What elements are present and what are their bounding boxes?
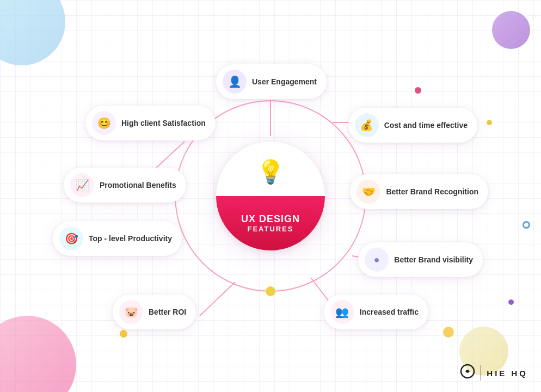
feature-brand-recognition: 🤝 Better Brand Recognition [350, 174, 488, 209]
logo-divider [481, 365, 481, 381]
feature-brand-visibility: ● Better Brand visibility [358, 242, 483, 277]
better-roi-icon: 🐷 [119, 300, 143, 324]
logo-icon [460, 364, 475, 382]
feature-increased-traffic: 👥 Increased traffic [324, 295, 428, 329]
feature-better-roi: 🐷 Better ROI [113, 295, 196, 329]
feature-user-engagement: 👤 User Engagement [216, 64, 327, 99]
feature-cost-time: 💰 Cost and time effective [348, 108, 477, 143]
lightbulb-icon: 💡 [256, 158, 285, 185]
feature-promotional: 📈 Promotional Benefits [64, 168, 186, 203]
feature-satisfaction: 😊 High client Satisfaction [85, 106, 216, 140]
brand-recognition-icon: 🤝 [356, 180, 380, 204]
cost-time-icon: 💰 [355, 113, 379, 137]
feature-productivity: 🎯 Top - level Productivity [53, 221, 182, 256]
user-engagement-label: User Engagement [252, 77, 317, 87]
bg-dot-yellow2 [120, 330, 127, 338]
better-roi-label: Better ROI [149, 307, 186, 317]
satisfaction-icon: 😊 [92, 111, 116, 135]
brand-visibility-label: Better Brand visibility [394, 255, 473, 265]
brand-recognition-label: Better Brand Recognition [386, 187, 478, 197]
svg-point-1 [266, 286, 275, 296]
main-container: 💡 UX DESIGN FEATURES 👤 User Engagement 💰… [0, 0, 541, 392]
cost-time-label: Cost and time effective [384, 120, 468, 130]
promotional-label: Promotional Benefits [100, 180, 176, 190]
promotional-icon: 📈 [70, 173, 94, 197]
logo-text: HIE HQ [487, 369, 528, 378]
user-engagement-icon: 👤 [223, 70, 247, 94]
logo: HIE HQ [460, 364, 528, 382]
center-circle: 💡 UX DESIGN FEATURES [216, 142, 325, 250]
productivity-icon: 🎯 [59, 226, 83, 250]
increased-traffic-icon: 👥 [330, 300, 354, 324]
center-title: UX DESIGN [241, 213, 300, 225]
increased-traffic-label: Increased traffic [360, 307, 419, 317]
svg-line-7 [200, 282, 235, 316]
diagram: 💡 UX DESIGN FEATURES 👤 User Engagement 💰… [47, 27, 494, 365]
productivity-label: Top - level Productivity [89, 234, 172, 243]
center-subtitle: FEATURES [247, 225, 293, 233]
brand-visibility-icon: ● [365, 248, 389, 272]
satisfaction-label: High client Satisfaction [121, 118, 206, 128]
